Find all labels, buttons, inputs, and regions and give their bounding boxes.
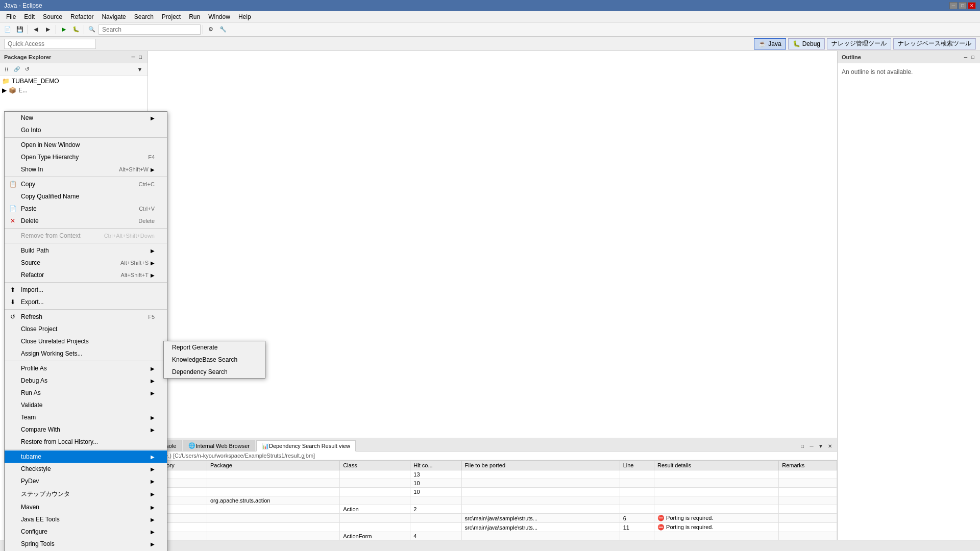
ctx-show-in[interactable]: Show In Alt+Shift+W ▶ xyxy=(5,163,167,176)
menu-search[interactable]: Search xyxy=(130,12,158,21)
ctx-build-path-label: Build Path xyxy=(21,247,49,254)
sync-button[interactable]: ↺ xyxy=(22,65,32,74)
ctx-open-type-hierarchy[interactable]: Open Type Hierarchy F4 xyxy=(5,151,167,163)
tab-dependency-search-result[interactable]: 📊 Dependency Search Result view xyxy=(256,440,356,452)
maximize-panel-button[interactable]: □ xyxy=(137,54,143,60)
tree-item-1[interactable]: ▶ 📦 E... xyxy=(0,86,148,95)
table-row[interactable]: src\main\java\sample\struts...11⛔ Portin… xyxy=(149,523,837,532)
search-input[interactable] xyxy=(99,24,201,35)
ctx-build-path[interactable]: Build Path ▶ xyxy=(5,244,167,257)
minimize-panel-button[interactable]: ─ xyxy=(130,54,136,60)
ctx-copy[interactable]: 📋 Copy Ctrl+C xyxy=(5,178,167,190)
bottom-panel-btn2[interactable]: ─ xyxy=(807,442,816,450)
perspective-java[interactable]: ☕ Java xyxy=(754,38,786,49)
forward-button[interactable]: ▶ xyxy=(42,24,54,35)
ctx-import[interactable]: ⬆ Import... xyxy=(5,284,167,296)
ctx-delete[interactable]: ✕ Delete Delete xyxy=(5,215,167,227)
ctx-copy-qualified[interactable]: Copy Qualified Name xyxy=(5,190,167,203)
new-button[interactable]: 📄 xyxy=(2,24,13,35)
close-button[interactable]: ✕ xyxy=(968,2,976,9)
ctx-java-ee-tools-arrow: ▶ xyxy=(151,517,155,522)
ctx-close-unrelated[interactable]: Close Unrelated Projects xyxy=(5,335,167,347)
submenu-dependency-search[interactable]: Dependency Search xyxy=(164,366,265,378)
link-with-editor-button[interactable]: 🔗 xyxy=(12,65,21,74)
ctx-validate[interactable]: Validate xyxy=(5,399,167,411)
menu-window[interactable]: Window xyxy=(204,12,234,21)
menu-refactor[interactable]: Refactor xyxy=(66,12,97,21)
ctx-refresh[interactable]: ↺ Refresh F5 xyxy=(5,311,167,323)
submenu-report-generate[interactable]: Report Generate xyxy=(164,341,265,354)
save-button[interactable]: 💾 xyxy=(14,24,26,35)
debug-button[interactable]: 🐛 xyxy=(70,24,82,35)
tab-internal-web-browser[interactable]: 🌐 Internal Web Browser xyxy=(183,440,255,451)
ctx-source[interactable]: Source Alt+Shift+S ▶ xyxy=(5,257,167,269)
ctx-export[interactable]: ⬇ Export... xyxy=(5,296,167,308)
ctx-pydev[interactable]: PyDev ▶ xyxy=(5,475,167,487)
bottom-panel-btn1[interactable]: □ xyxy=(798,442,806,450)
ctx-java-ee-tools[interactable]: Java EE Tools ▶ xyxy=(5,513,167,525)
table-row[interactable]: src\main\java\sample\struts...6⛔ Porting… xyxy=(149,514,837,523)
outline-minimize-button[interactable]: ─ xyxy=(963,54,969,60)
menu-navigate[interactable]: Navigate xyxy=(97,12,130,21)
menu-project[interactable]: Project xyxy=(158,12,185,21)
ctx-restore-local[interactable]: Restore from Local History... xyxy=(5,436,167,448)
menu-run[interactable]: Run xyxy=(185,12,204,21)
tab-dependency-label: Dependency Search Result view xyxy=(269,443,350,449)
minimize-button[interactable]: ─ xyxy=(949,2,958,9)
ctx-debug-as-label: Debug As xyxy=(21,377,47,384)
ctx-profile-as[interactable]: Profile As ▶ xyxy=(5,362,167,374)
toolbar-btn-extra2[interactable]: 🔧 xyxy=(217,24,229,35)
ctx-debug-as[interactable]: Debug As ▶ xyxy=(5,374,167,387)
bottom-panel-btn4[interactable]: ✕ xyxy=(826,442,834,450)
run-button[interactable]: ▶ xyxy=(58,24,69,35)
submenu-knowledgebase-search[interactable]: KnowledgeBase Search xyxy=(164,354,265,366)
ctx-go-into[interactable]: Go Into xyxy=(5,124,167,136)
ctx-pydev-label: PyDev xyxy=(21,478,39,485)
ctx-paste[interactable]: 📄 Paste Ctrl+V xyxy=(5,203,167,215)
table-row[interactable]: Java10 xyxy=(149,488,837,496)
table-row[interactable]: 10 xyxy=(149,479,837,488)
perspective-knowledge-base[interactable]: ナレッジベース検索ツール xyxy=(893,38,976,49)
table-row[interactable]: 13 xyxy=(149,470,837,479)
table-row[interactable]: ActionForm4 xyxy=(149,532,837,540)
ctx-compare-with[interactable]: Compare With ▶ xyxy=(5,423,167,436)
perspective-knowledge-mgmt[interactable]: ナレッジ管理ツール xyxy=(827,38,891,49)
menu-help[interactable]: Help xyxy=(234,12,255,21)
quick-access-input[interactable] xyxy=(4,39,96,49)
view-menu-button[interactable]: ▼ xyxy=(134,64,145,75)
menu-file[interactable]: File xyxy=(2,12,20,21)
search-button[interactable]: 🔍 xyxy=(86,24,97,35)
bottom-panel-btn3[interactable]: ▼ xyxy=(817,442,825,450)
outline-maximize-button[interactable]: □ xyxy=(970,54,976,60)
menu-source[interactable]: Source xyxy=(39,12,66,21)
perspective-debug[interactable]: 🐛 Debug xyxy=(788,38,825,49)
ctx-run-as[interactable]: Run As ▶ xyxy=(5,387,167,399)
ctx-assign-working-sets[interactable]: Assign Working Sets... xyxy=(5,347,167,360)
ctx-assign-working-sets-label: Assign Working Sets... xyxy=(21,350,83,357)
ctx-team[interactable]: Team ▶ xyxy=(5,411,167,423)
maximize-button[interactable]: □ xyxy=(959,2,967,9)
ctx-configure[interactable]: Configure ▶ xyxy=(5,525,167,538)
table-row[interactable]: Action2 xyxy=(149,505,837,514)
tree-root[interactable]: 📁 TUBAME_DEMO xyxy=(0,77,148,86)
table-row[interactable]: org.apache.struts.action xyxy=(149,496,837,505)
ctx-step-counter[interactable]: ステップカウンタ ▶ xyxy=(5,487,167,501)
ctx-spring-tools[interactable]: Spring Tools ▶ xyxy=(5,538,167,550)
collapse-all-button[interactable]: ⟨⟨ xyxy=(2,65,11,74)
toolbar-btn-extra1[interactable]: ⚙ xyxy=(205,24,216,35)
back-button[interactable]: ◀ xyxy=(30,24,41,35)
ctx-sep-8 xyxy=(5,449,167,449)
ctx-open-new-window[interactable]: Open in New Window xyxy=(5,139,167,151)
item-label: E... xyxy=(18,87,28,94)
ctx-checkstyle[interactable]: Checkstyle ▶ xyxy=(5,463,167,475)
ctx-refactor[interactable]: Refactor Alt+Shift+T ▶ xyxy=(5,269,167,281)
menu-edit[interactable]: Edit xyxy=(20,12,39,21)
ctx-close-project[interactable]: Close Project xyxy=(5,323,167,335)
project-icon: 📁 xyxy=(2,78,10,85)
ctx-new[interactable]: New ▶ xyxy=(5,112,167,124)
table-cell xyxy=(207,532,339,540)
ctx-tubame[interactable]: tubame ▶ xyxy=(5,450,167,463)
col-line: Line xyxy=(620,461,654,470)
ctx-maven[interactable]: Maven ▶ xyxy=(5,501,167,513)
ctx-remove-context-label: Remove from Context xyxy=(21,232,81,239)
